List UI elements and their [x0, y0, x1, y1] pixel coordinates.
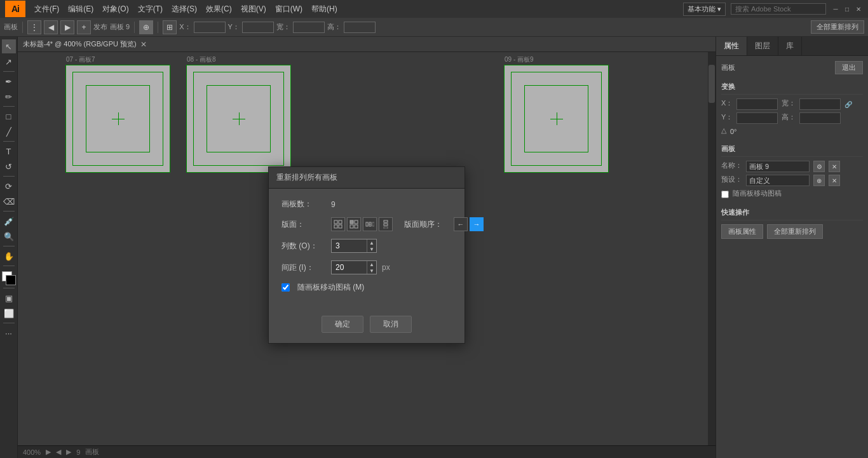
spacing-down-btn[interactable]: ▼ [367, 267, 376, 274]
right-panel-content: 画板 退出 变换 X： 宽： 🔗 Y： 高： [716, 56, 868, 458]
eyedropper-tool[interactable]: 💉 [2, 214, 16, 228]
tab-library[interactable]: 库 [778, 37, 802, 55]
brush-tool[interactable]: ✏ [2, 90, 16, 104]
svg-rect-2 [334, 225, 337, 228]
more-tools-btn[interactable]: ··· [2, 326, 16, 340]
artboard-name-icon[interactable]: ⚙ [813, 161, 825, 172]
artboard-add-btn[interactable]: + [77, 20, 91, 34]
restore-button[interactable]: □ [843, 4, 851, 13]
rearrange-all-toolbar-button[interactable]: 全部重新排列 [811, 20, 864, 34]
y-input[interactable] [242, 22, 274, 33]
rearrange-all-right-button[interactable]: 全部重新排列 [767, 224, 823, 239]
tool-separator2 [3, 106, 15, 107]
width-transform-input[interactable] [799, 98, 841, 110]
titlebar-right: 基本功能 ▾ ─ □ ✕ [683, 3, 863, 16]
columns-down-btn[interactable]: ▼ [367, 246, 376, 252]
menu-help[interactable]: 帮助(H) [308, 3, 341, 16]
menu-view[interactable]: 视图(V) [237, 3, 270, 16]
canvas-content[interactable]: 07 - 画板7 08 - 画板8 09 - 画板9 [18, 52, 715, 458]
rotate-tool[interactable]: ⟳ [2, 179, 16, 193]
menu-window[interactable]: 窗口(W) [271, 3, 306, 16]
artboard-options-btn[interactable]: ⋮ [27, 20, 41, 34]
artboard-tool[interactable]: ⬜ [2, 306, 16, 320]
menu-effect[interactable]: 效果(C) [202, 3, 236, 16]
menu-text[interactable]: 文字(T) [134, 3, 166, 16]
dialog-header: 重新排列所有画板 [269, 167, 465, 189]
canvas-tab-close[interactable]: ✕ [140, 40, 147, 49]
hand-tool[interactable]: ✋ [2, 249, 16, 263]
confirm-button[interactable]: 确定 [322, 316, 363, 333]
pen-tool[interactable]: ✒ [2, 74, 16, 88]
height-transform-input[interactable] [799, 112, 841, 124]
artboard-panel-section: 画板 退出 [721, 61, 863, 74]
x-input[interactable] [194, 22, 226, 33]
right-panel-tabs: 属性 图层 库 [716, 37, 868, 56]
preset-input[interactable] [746, 175, 810, 186]
artboard-section-title: 画板 [721, 63, 735, 72]
minimize-button[interactable]: ─ [831, 4, 840, 13]
cancel-button[interactable]: 取消 [370, 316, 412, 333]
menu-object[interactable]: 对象(O) [98, 3, 132, 16]
menu-edit[interactable]: 编辑(E) [64, 3, 97, 16]
y-label: Y： [721, 112, 733, 122]
columns-up-btn[interactable]: ▲ [367, 239, 376, 246]
spacing-up-btn[interactable]: ▲ [367, 261, 376, 267]
type-tool[interactable]: T [2, 144, 16, 158]
order-left[interactable]: ← [454, 217, 468, 231]
layout-grid-rtl[interactable] [331, 217, 345, 231]
menu-file[interactable]: 文件(F) [31, 3, 63, 16]
move-artwork-props-checkbox[interactable] [721, 191, 729, 198]
exit-button[interactable]: 退出 [835, 61, 863, 74]
layout-horizontal[interactable] [363, 217, 377, 231]
workspace-selector[interactable]: 基本功能 ▾ [683, 3, 726, 16]
layout-vertical[interactable] [379, 217, 393, 231]
toolbar-h-label: 高： [327, 22, 341, 32]
tool-separator9 [3, 323, 15, 323]
preset-edit-icon[interactable]: ⊕ [813, 175, 825, 186]
toolbar-sep2 [134, 22, 135, 33]
preset-icon2[interactable]: ✕ [829, 175, 840, 186]
move-artwork-checkbox[interactable] [281, 283, 290, 292]
artboard-props-button[interactable]: 画板属性 [721, 224, 763, 239]
columns-input[interactable] [332, 240, 367, 252]
eraser-tool[interactable]: ⌫ [2, 194, 16, 208]
menu-select[interactable]: 选择(S) [168, 3, 201, 16]
move-artwork-props-label: 随画板移动图稿 [733, 189, 782, 198]
order-right[interactable]: → [470, 217, 484, 231]
tab-layers[interactable]: 图层 [747, 37, 778, 55]
move-artwork-label[interactable]: 随画板移动图稿 (M) [297, 282, 364, 293]
height-label: 高： [782, 112, 796, 122]
h-input[interactable] [344, 22, 376, 33]
move-tool-icon[interactable]: ⊕ [139, 20, 153, 34]
artboard-name: 发布 [93, 22, 107, 32]
spiral-tool[interactable]: ↺ [2, 159, 16, 173]
artboard-nav-next[interactable]: ▶ [60, 20, 74, 34]
background-color[interactable] [6, 275, 16, 285]
artboard-delete-icon[interactable]: ✕ [829, 161, 840, 172]
grid-icon[interactable]: ⊞ [163, 20, 177, 34]
shape-tool[interactable]: □ [2, 109, 16, 123]
line-tool[interactable]: ╱ [2, 125, 16, 138]
spacing-input[interactable] [332, 262, 367, 273]
close-button[interactable]: ✕ [854, 4, 863, 13]
artboard-nav-prev[interactable]: ◀ [44, 20, 58, 34]
select-tool[interactable]: ↖ [2, 39, 16, 53]
screen-mode-btn[interactable]: ▣ [2, 291, 16, 305]
tab-properties[interactable]: 属性 [716, 37, 747, 55]
angle-value: 0° [730, 128, 737, 135]
x-transform-input[interactable] [736, 98, 778, 110]
tool-separator6 [3, 246, 15, 246]
zoom-tool[interactable]: 🔍 [2, 229, 16, 243]
layout-grid-ltr[interactable] [347, 217, 361, 231]
artboard-props-section: 画板 名称： ⚙ ✕ 预设： ⊕ ✕ 随画板移动图稿 [721, 142, 863, 200]
search-input[interactable] [731, 3, 826, 15]
svg-rect-6 [350, 225, 353, 228]
tool-separator [3, 71, 15, 72]
move-artwork-props-row: 随画板移动图稿 [721, 189, 863, 200]
artboard-name-input[interactable] [746, 161, 810, 172]
direct-select-tool[interactable]: ↗ [2, 55, 16, 69]
titlebar-left: Ai 文件(F) 编辑(E) 对象(O) 文字(T) 选择(S) 效果(C) 视… [5, 1, 341, 17]
link-icon[interactable]: 🔗 [844, 101, 852, 108]
w-input[interactable] [293, 22, 325, 33]
y-transform-input[interactable] [736, 112, 778, 124]
